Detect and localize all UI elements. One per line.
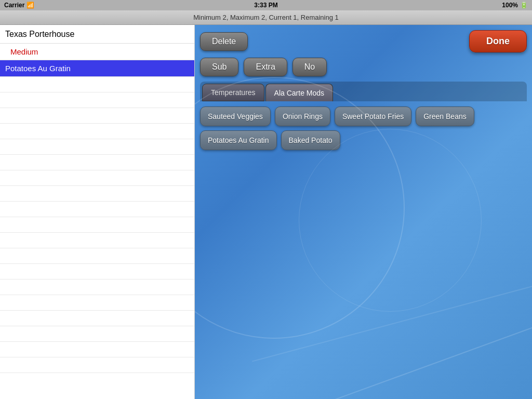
sides-grid: Sauteed Veggies Onion Rings Sweet Potato…: [200, 107, 527, 150]
side-potatoes-au-gratin[interactable]: Potatoes Au Gratin: [200, 130, 277, 150]
done-button[interactable]: Done: [469, 30, 527, 52]
side-sauteed-veggies[interactable]: Sauteed Veggies: [200, 107, 271, 126]
empty-row: [0, 186, 194, 202]
left-panel: Texas Porterhouse Medium Potatoes Au Gra…: [0, 25, 195, 399]
delete-button[interactable]: Delete: [200, 32, 248, 51]
empty-row: [0, 155, 194, 170]
battery-icon: 🔋: [520, 2, 528, 9]
battery-percentage: 100%: [502, 2, 518, 9]
order-item-label: Texas Porterhouse: [5, 30, 74, 39]
no-button[interactable]: No: [292, 58, 327, 76]
empty-row: [0, 124, 194, 139]
empty-row: [0, 326, 194, 342]
order-item-label: Medium: [10, 47, 38, 56]
status-bar: Carrier 📶 3:33 PM 100% 🔋: [0, 0, 532, 10]
empty-row: [0, 342, 194, 357]
top-buttons: Delete Done: [200, 30, 527, 52]
decorative-line-2: [252, 280, 532, 362]
empty-row: [0, 280, 194, 295]
tab-temperatures[interactable]: Temperatures: [202, 84, 264, 101]
order-item-potatoes-au-gratin[interactable]: Potatoes Au Gratin: [0, 60, 194, 77]
carrier-label: Carrier: [4, 2, 24, 9]
header-bar: Minimum 2, Maximum 2, Current 1, Remaini…: [0, 10, 532, 25]
empty-row: [0, 92, 194, 108]
empty-row: [0, 311, 194, 326]
empty-row: [0, 202, 194, 217]
order-item-texas-porterhouse[interactable]: Texas Porterhouse: [0, 25, 194, 44]
right-panel: Delete Done Sub Extra No Temperatures Al…: [195, 25, 532, 399]
mod-buttons: Sub Extra No: [200, 58, 527, 76]
order-item-label: Potatoes Au Gratin: [5, 64, 71, 73]
top-left-buttons: Delete: [200, 32, 248, 51]
header-text: Minimum 2, Maximum 2, Current 1, Remaini…: [193, 14, 339, 21]
decorative-line: [310, 284, 532, 399]
empty-row: [0, 248, 194, 264]
empty-row: [0, 217, 194, 233]
side-green-beans[interactable]: Green Beans: [416, 107, 474, 126]
status-right: 100% 🔋: [502, 2, 528, 9]
empty-row: [0, 77, 194, 92]
empty-row: [0, 357, 194, 373]
side-sweet-potato-fries[interactable]: Sweet Potato Fries: [335, 107, 411, 126]
side-baked-potato[interactable]: Baked Potato: [281, 130, 340, 150]
status-time: 3:33 PM: [254, 2, 277, 9]
status-left: Carrier 📶: [4, 2, 34, 9]
side-onion-rings[interactable]: Onion Rings: [275, 107, 330, 126]
tab-row: Temperatures Ala Carte Mods: [200, 82, 527, 101]
order-item-medium[interactable]: Medium: [0, 44, 194, 60]
empty-row: [0, 295, 194, 311]
empty-row: [0, 233, 194, 248]
main-layout: Texas Porterhouse Medium Potatoes Au Gra…: [0, 25, 532, 399]
empty-row: [0, 264, 194, 280]
wifi-icon: 📶: [26, 2, 34, 9]
empty-row: [0, 139, 194, 155]
extra-button[interactable]: Extra: [244, 58, 287, 76]
empty-row: [0, 108, 194, 124]
tab-ala-carte-mods[interactable]: Ala Carte Mods: [265, 84, 333, 101]
sub-button[interactable]: Sub: [200, 58, 238, 76]
empty-row: [0, 170, 194, 186]
